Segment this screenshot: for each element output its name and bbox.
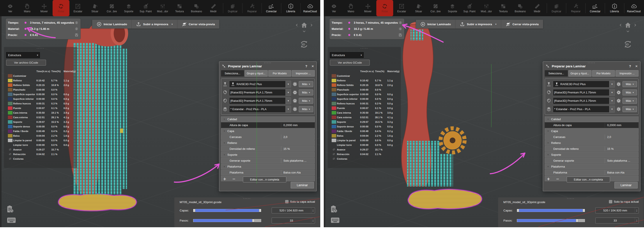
- annotation-layer: [0, 0, 320, 227]
- slicer-window: Ver Mano Mover Rotar Escalar: [324, 0, 644, 227]
- 3d-viewport[interactable]: [0, 0, 320, 227]
- slicer-window: Ver Mano Mover Rotar Escalar: [0, 0, 320, 227]
- annotation-layer: [324, 0, 644, 227]
- magenta-arrow: [402, 24, 525, 174]
- magenta-arrow: [27, 28, 219, 182]
- 3d-viewport[interactable]: [324, 0, 644, 227]
- screenshot-canvas: Ver Mano Mover Rotar Escalar: [0, 0, 644, 229]
